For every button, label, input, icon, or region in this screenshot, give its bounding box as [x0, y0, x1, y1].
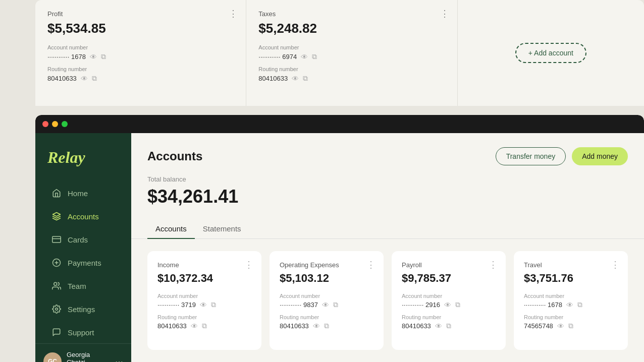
eye-icon[interactable]: 👁 [435, 322, 442, 330]
app-logo: Relay [35, 143, 131, 182]
user-menu-button[interactable]: ⋯ [115, 357, 123, 363]
copy-icon[interactable]: ⧉ [446, 322, 451, 330]
add-account-button[interactable]: + Add account [515, 43, 586, 63]
svg-point-6 [54, 282, 57, 285]
payroll-routing-label: Routing number [402, 314, 496, 320]
copy-icon[interactable]: ⧉ [211, 300, 216, 309]
svg-marker-0 [53, 213, 61, 217]
svg-point-7 [56, 308, 58, 311]
opex-card-menu[interactable]: ⋮ [366, 259, 375, 270]
bg-profit-routing-number: 80410633 [47, 75, 77, 82]
payroll-routing-number: 80410633 [402, 322, 431, 330]
chrome-maximize[interactable] [62, 121, 68, 127]
eye-icon[interactable]: 👁 [444, 301, 451, 309]
eye-icon[interactable]: 👁 [292, 75, 299, 83]
sidebar-item-support-label: Support [68, 328, 94, 337]
payroll-routing-field: Routing number 80410633 👁 ⧉ [402, 314, 496, 330]
travel-routing-number: 74565748 [524, 322, 553, 330]
sidebar-item-home[interactable]: Home [39, 182, 127, 204]
copy-icon[interactable]: ⧉ [333, 300, 338, 309]
income-card-menu[interactable]: ⋮ [244, 259, 253, 270]
opex-acct-label: Account number [280, 293, 373, 299]
eye-icon[interactable]: 👁 [90, 53, 97, 61]
sidebar-item-cards[interactable]: Cards [39, 228, 127, 251]
sidebar-item-team[interactable]: Team [39, 275, 127, 297]
sidebar-item-payments-label: Payments [68, 259, 101, 267]
copy-icon[interactable]: ⧉ [577, 300, 582, 309]
main-window: Relay Home Accounts [35, 115, 644, 362]
bg-taxes-card: Taxes $5,248.82 Account number ·········… [246, 0, 457, 106]
background-window: Profit $5,534.85 Account number ········… [35, 0, 644, 106]
user-info: Georgia Chatzi Henry's Hat Hut [67, 351, 110, 362]
page-title: Accounts [147, 149, 202, 163]
accounts-grid: ⋮ Income $10,372.34 Account number ·····… [131, 239, 644, 362]
tab-accounts[interactable]: Accounts [147, 219, 195, 239]
sidebar-item-settings-label: Settings [68, 305, 95, 314]
chat-icon [51, 327, 62, 337]
sidebar-item-home-label: Home [68, 189, 88, 198]
income-amount: $10,372.34 [157, 272, 251, 285]
travel-acct-mask: ············ 1678 [524, 301, 562, 309]
travel-name: Travel [524, 261, 618, 269]
payroll-card-menu[interactable]: ⋮ [489, 259, 498, 270]
copy-icon[interactable]: ⧉ [568, 322, 573, 330]
opex-routing-number: 80410633 [280, 322, 309, 330]
payroll-acct-label: Account number [402, 293, 496, 299]
transfer-money-button[interactable]: Transfer money [496, 147, 566, 165]
copy-icon[interactable]: ⧉ [101, 52, 106, 61]
travel-routing-label: Routing number [524, 314, 618, 320]
chrome-minimize[interactable] [52, 121, 58, 127]
bg-taxes-label: Taxes [258, 10, 445, 18]
copy-icon[interactable]: ⧉ [303, 74, 308, 83]
eye-icon[interactable]: 👁 [557, 322, 564, 330]
bg-profit-amount: $5,534.85 [47, 21, 234, 36]
copy-icon[interactable]: ⧉ [92, 74, 97, 83]
eye-icon[interactable]: 👁 [322, 301, 329, 309]
copy-icon[interactable]: ⧉ [202, 322, 207, 330]
bg-taxes-routing-number: 80410633 [258, 75, 288, 82]
travel-acct-label: Account number [524, 293, 618, 299]
sidebar-item-support[interactable]: Support [39, 321, 127, 343]
main-content: Accounts Transfer money Add money Total … [131, 133, 644, 362]
sidebar-item-payments[interactable]: Payments [39, 252, 127, 274]
add-money-button[interactable]: Add money [572, 147, 628, 165]
travel-card-menu[interactable]: ⋮ [611, 259, 620, 270]
tab-bar: Accounts Statements [131, 219, 644, 239]
bg-profit-routing-value: 80410633 👁 ⧉ [47, 74, 234, 83]
eye-icon[interactable]: 👁 [313, 322, 320, 330]
eye-icon[interactable]: 👁 [191, 322, 198, 330]
bg-taxes-routing-label: Routing number [258, 66, 445, 72]
tab-statements[interactable]: Statements [195, 219, 249, 239]
travel-routing-value: 74565748 👁 ⧉ [524, 322, 618, 330]
payroll-acct-field: Account number ············ 2916 👁 ⧉ [402, 293, 496, 309]
user-profile[interactable]: GC Georgia Chatzi Henry's Hat Hut ⋯ [35, 343, 131, 362]
sidebar-item-cards-label: Cards [68, 235, 88, 244]
total-balance-label: Total balance [147, 175, 628, 183]
copy-icon[interactable]: ⧉ [455, 300, 460, 309]
opex-routing-value: 80410633 👁 ⧉ [280, 322, 373, 330]
account-card-opex: ⋮ Operating Expenses $5,103.12 Account n… [270, 251, 384, 350]
profit-card-menu[interactable]: ⋮ [229, 8, 238, 19]
chrome-close[interactable] [42, 121, 48, 127]
sidebar-item-team-label: Team [68, 282, 86, 290]
eye-icon[interactable]: 👁 [81, 75, 88, 83]
home-icon [51, 188, 62, 198]
income-acct-label: Account number [157, 293, 251, 299]
layers-icon [51, 211, 62, 221]
income-routing-value: 80410633 👁 ⧉ [157, 322, 251, 330]
income-routing-label: Routing number [157, 314, 251, 320]
bg-profit-label: Profit [47, 10, 234, 18]
sidebar-item-settings[interactable]: Settings [39, 298, 127, 320]
copy-icon[interactable]: ⧉ [312, 52, 317, 61]
payroll-name: Payroll [402, 261, 496, 269]
opex-name: Operating Expenses [280, 261, 373, 269]
bg-taxes-acct-value: ············ 6974 👁 ⧉ [258, 52, 445, 61]
eye-icon[interactable]: 👁 [566, 301, 573, 309]
eye-icon[interactable]: 👁 [200, 301, 207, 309]
sidebar-item-accounts[interactable]: Accounts [39, 205, 127, 227]
window-chrome [35, 115, 644, 133]
copy-icon[interactable]: ⧉ [324, 322, 329, 330]
taxes-card-menu[interactable]: ⋮ [440, 8, 449, 19]
opex-acct-field: Account number ············ 9837 👁 ⧉ [280, 293, 373, 309]
eye-icon[interactable]: 👁 [301, 53, 308, 61]
